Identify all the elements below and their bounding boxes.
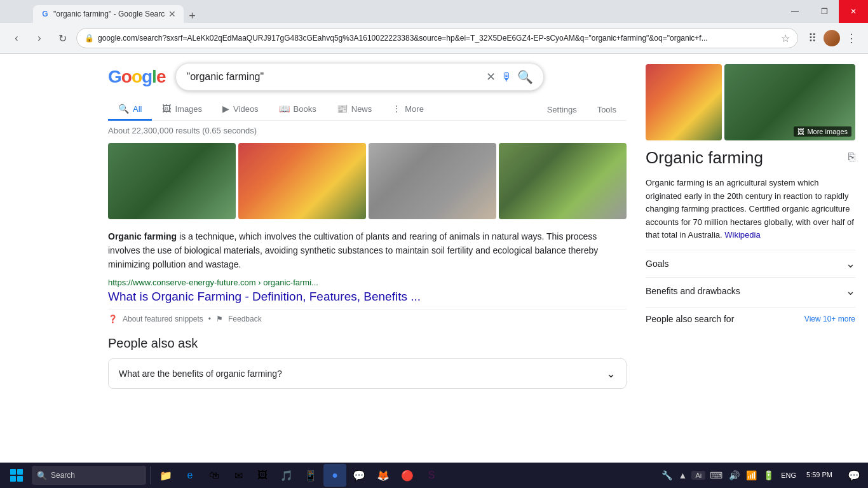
file-explorer-icon: 📁: [159, 468, 173, 482]
tab-all-label: All: [133, 104, 142, 114]
settings-link[interactable]: Settings: [537, 100, 587, 119]
network-icon[interactable]: 📶: [744, 469, 759, 482]
snippet-text: Organic farming is a technique, which in…: [108, 229, 627, 271]
back-button[interactable]: ‹: [8, 29, 25, 47]
refresh-button[interactable]: ↻: [53, 29, 71, 47]
panel-images[interactable]: 🖼 More images: [646, 64, 855, 140]
profile-avatar[interactable]: [824, 30, 840, 46]
language-label[interactable]: ENG: [781, 471, 796, 479]
paa-title: People also ask: [108, 336, 627, 351]
result-image-3[interactable]: [369, 143, 496, 219]
panel-also-search: People also search for View 10+ more: [646, 307, 855, 324]
voice-search-icon[interactable]: 🎙: [501, 71, 512, 84]
taskbar-slack-icon[interactable]: S: [420, 464, 443, 487]
windows-icon: [10, 469, 23, 482]
tab-videos[interactable]: ▶ Videos: [212, 98, 269, 121]
apps-icon[interactable]: ⠿: [803, 29, 821, 47]
address-text: google.com/search?sxsrf=ALeKk02qEdMaaQUR…: [98, 34, 777, 43]
ai-label[interactable]: Ai: [691, 471, 705, 480]
google-logo: Google: [108, 67, 165, 87]
snippet-title[interactable]: What is Organic Farming - Definition, Fe…: [108, 290, 627, 304]
paa-item-1[interactable]: What are the benefits of organic farming…: [108, 358, 627, 389]
start-button[interactable]: [3, 464, 31, 487]
taskbar-divider: [150, 466, 151, 484]
clock[interactable]: 5:59 PM: [801, 470, 837, 480]
image-icon: 🖼: [797, 128, 804, 135]
panel-image-2[interactable]: 🖼 More images: [724, 64, 855, 140]
logo-o1: o: [121, 67, 132, 86]
logo-l: l: [152, 67, 156, 86]
forward-button[interactable]: ›: [31, 29, 48, 47]
share-icon[interactable]: ⎘: [848, 151, 855, 164]
about-snippets-label[interactable]: About featured snippets: [123, 315, 203, 323]
taskbar-right: 🔧 ▲ Ai ⌨ 🔊 📶 🔋 ENG 5:59 PM 💬: [660, 464, 865, 487]
taskbar-photos-icon[interactable]: 🖼: [251, 464, 274, 487]
tray-icon-2[interactable]: ▲: [677, 469, 689, 482]
taskbar-phone-icon[interactable]: 📱: [299, 464, 322, 487]
taskbar-mail-icon[interactable]: ✉: [227, 464, 250, 487]
panel-benefits-section[interactable]: Benefits and drawbacks ⌄: [646, 277, 855, 304]
images-tab-icon: 🖼: [162, 104, 171, 114]
page-content: Google ✕ 🎙 🔍 🔍 All 🖼 Images ▶ Videos: [0, 54, 868, 463]
taskbar-store-icon[interactable]: 🛍: [203, 464, 226, 487]
taskbar-explorer-icon[interactable]: 📁: [154, 464, 177, 487]
volume-icon[interactable]: 🔊: [727, 469, 742, 482]
wikipedia-link[interactable]: Wikipedia: [724, 230, 760, 240]
taskbar-search-text: Search: [51, 471, 75, 480]
tab-images-label: Images: [175, 104, 202, 114]
search-button-icon[interactable]: 🔍: [517, 69, 533, 85]
tab-images[interactable]: 🖼 Images: [152, 98, 212, 121]
minimize-button[interactable]: —: [780, 0, 810, 23]
view-more-link[interactable]: View 10+ more: [804, 315, 855, 323]
search-input[interactable]: [186, 71, 481, 83]
taskbar-edge-icon[interactable]: e: [179, 464, 201, 487]
result-image-4[interactable]: [499, 143, 627, 219]
books-tab-icon: 📖: [279, 104, 290, 114]
close-button[interactable]: ✕: [839, 0, 868, 23]
store-icon: 🛍: [207, 468, 221, 482]
tab-books[interactable]: 📖 Books: [269, 98, 327, 121]
restore-button[interactable]: ❐: [810, 0, 839, 23]
result-image-2[interactable]: [238, 143, 366, 219]
taskbar-whatsapp-icon[interactable]: 💬: [348, 464, 370, 487]
taskbar-extra-icon[interactable]: 🔴: [396, 464, 419, 487]
tab-bar: G "organic farming" - Google Searc ✕ + —…: [0, 0, 868, 23]
taskbar-firefox-icon[interactable]: 🦊: [372, 464, 395, 487]
panel-image-1[interactable]: [646, 64, 722, 140]
browser-chrome: G "organic farming" - Google Searc ✕ + —…: [0, 0, 868, 54]
tools-link[interactable]: Tools: [587, 100, 627, 119]
taskbar: 🔍 Search 📁 e 🛍 ✉ 🖼 🎵 📱 ● 💬 🦊 🔴 S 🔧: [0, 463, 868, 488]
snippet-url[interactable]: https://www.conserve-energy-future.com ›…: [108, 278, 627, 287]
tab-close-icon[interactable]: ✕: [168, 9, 176, 19]
paa-question-1[interactable]: What are the benefits of organic farming…: [109, 359, 626, 388]
more-images-badge[interactable]: 🖼 More images: [794, 126, 851, 137]
benefits-label: Benefits and drawbacks: [646, 286, 740, 296]
battery-icon[interactable]: 🔋: [761, 469, 776, 482]
address-bar[interactable]: 🔒 google.com/search?sxsrf=ALeKk02qEdMaaQ…: [76, 28, 798, 48]
search-box[interactable]: ✕ 🎙 🔍: [175, 63, 544, 91]
firefox-icon: 🦊: [376, 468, 390, 482]
active-tab[interactable]: G "organic farming" - Google Searc ✕: [33, 5, 184, 23]
taskbar-chrome-icon[interactable]: ●: [323, 464, 346, 487]
tab-more[interactable]: ⋮ More: [382, 98, 434, 121]
also-search-label: People also search for: [646, 314, 734, 324]
new-tab-button[interactable]: +: [184, 10, 201, 23]
people-also-ask-section: People also ask What are the benefits of…: [108, 336, 627, 389]
tray-icon-1[interactable]: 🔧: [660, 469, 674, 482]
notification-center[interactable]: 💬: [843, 464, 865, 487]
result-image-1[interactable]: [108, 143, 236, 219]
clear-search-icon[interactable]: ✕: [486, 70, 496, 84]
toolbar-icons: ⠿ ⋮: [803, 29, 860, 47]
panel-goals-section[interactable]: Goals ⌄: [646, 250, 855, 277]
taskbar-search-box[interactable]: 🔍 Search: [32, 466, 146, 485]
bookmark-icon[interactable]: ☆: [781, 32, 790, 44]
tab-news[interactable]: 📰 News: [327, 98, 383, 121]
more-tab-icon: ⋮: [392, 104, 401, 114]
keyboard-icon[interactable]: ⌨: [708, 469, 724, 482]
image-strip[interactable]: [108, 143, 627, 219]
menu-icon[interactable]: ⋮: [843, 29, 860, 47]
taskbar-music-icon[interactable]: 🎵: [275, 464, 298, 487]
slack-icon: S: [424, 468, 438, 482]
feedback-button[interactable]: Feedback: [228, 315, 262, 323]
tab-all[interactable]: 🔍 All: [108, 98, 152, 121]
